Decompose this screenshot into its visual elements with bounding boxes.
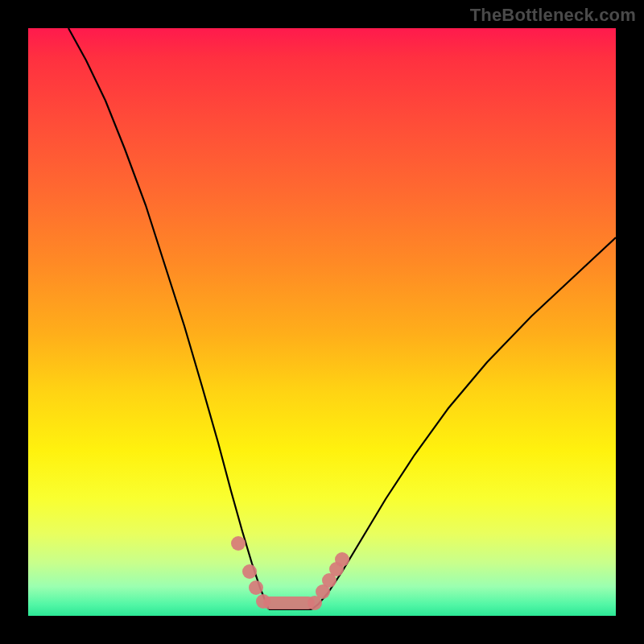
watermark-text: TheBottleneck.com (470, 5, 636, 26)
curve-right (312, 237, 616, 609)
marker-dot-0 (231, 536, 246, 551)
marker-dot-3 (256, 594, 270, 609)
curves-svg (28, 28, 616, 616)
marker-dot-8 (335, 552, 349, 567)
marker-flat-band (263, 597, 315, 609)
chart-frame: TheBottleneck.com (0, 0, 644, 644)
marker-dot-1 (242, 564, 257, 579)
plot-area (28, 28, 616, 616)
marker-dot-2 (249, 580, 263, 595)
curve-left (68, 28, 269, 609)
